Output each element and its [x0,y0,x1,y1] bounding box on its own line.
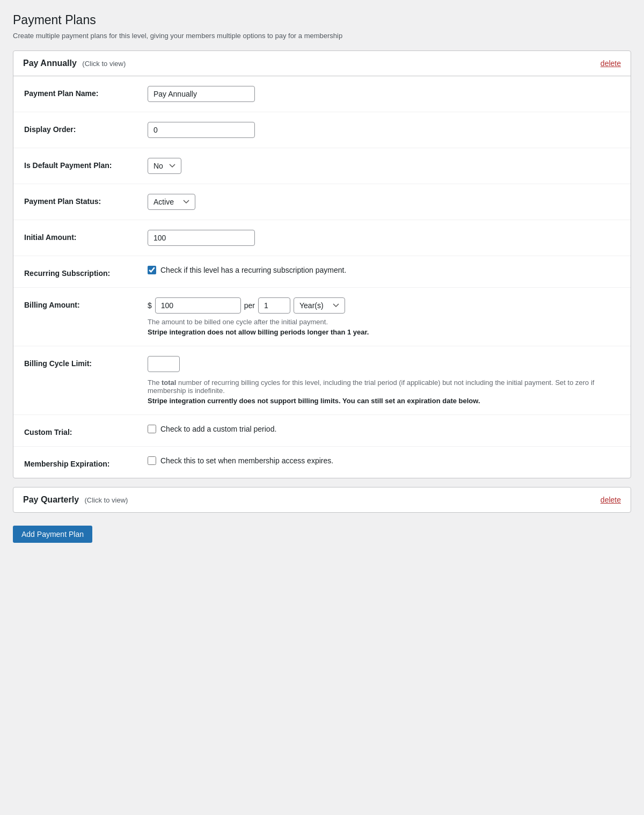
billing-amount-row: $ per Day(s) Week(s) Month(s) Year(s) [148,297,620,314]
plan-title-quarterly: Pay Quarterly (Click to view) [23,495,128,505]
input-display-order[interactable] [148,122,255,138]
field-billing-amount: $ per Day(s) Week(s) Month(s) Year(s) Th… [148,297,620,336]
payment-plan-annually: Pay Annually (Click to view) delete Paym… [13,50,631,478]
page-title: Payment Plans [13,13,631,27]
billing-help-text: The amount to be billed one cycle after … [148,318,620,326]
form-row-status: Payment Plan Status: Active Inactive [13,184,631,220]
form-row-custom-trial: Custom Trial: Check to add a custom tria… [13,415,631,447]
recurring-text: Check if this level has a recurring subs… [160,266,346,274]
billing-cycle-help-pre: The [148,379,162,387]
field-is-default: No Yes [148,158,620,174]
delete-annually[interactable]: delete [601,59,621,68]
dollar-sign: $ [148,301,152,310]
input-initial-amount[interactable] [148,230,255,246]
checkbox-membership-expiration[interactable] [148,456,156,465]
field-recurring: Check if this level has a recurring subs… [148,266,620,274]
form-row-recurring: Recurring Subscription: Check if this le… [13,256,631,288]
click-to-view-annually: (Click to view) [82,60,126,68]
billing-cycle-help-bold: total [162,379,176,387]
checkbox-recurring[interactable] [148,266,156,274]
form-row-billing-amount: Billing Amount: $ per Day(s) Week(s) Mon… [13,288,631,346]
label-custom-trial: Custom Trial: [24,425,148,436]
field-membership-expiration: Check this to set when membership access… [148,456,620,465]
label-billing-cycle: Billing Cycle Limit: [24,356,148,368]
payment-plan-quarterly: Pay Quarterly (Click to view) delete [13,487,631,513]
label-membership-expiration: Membership Expiration: [24,456,148,468]
billing-warning-text: Stripe integration does not allow billin… [148,328,620,336]
input-plan-name[interactable] [148,86,255,102]
per-label: per [244,301,255,310]
form-row-plan-name: Payment Plan Name: [13,76,631,112]
form-row-membership-expiration: Membership Expiration: Check this to set… [13,447,631,478]
add-payment-plan-button[interactable]: Add Payment Plan [13,526,92,543]
field-plan-name [148,86,620,102]
delete-quarterly[interactable]: delete [601,496,621,504]
field-initial-amount [148,230,620,246]
label-billing-amount: Billing Amount: [24,297,148,309]
label-is-default: Is Default Payment Plan: [24,158,148,170]
plan-header-quarterly[interactable]: Pay Quarterly (Click to view) delete [13,487,631,512]
field-billing-cycle: The total number of recurring billing cy… [148,356,620,405]
plan-body-annually: Payment Plan Name: Display Order: Is Def… [13,76,631,478]
checkbox-custom-trial[interactable] [148,425,156,433]
label-plan-name: Payment Plan Name: [24,86,148,98]
checkbox-row-membership-expiration: Check this to set when membership access… [148,456,620,465]
input-billing-amount[interactable] [155,297,241,314]
input-billing-cycle[interactable] [148,356,180,372]
field-custom-trial: Check to add a custom trial period. [148,425,620,433]
membership-expiration-text: Check this to set when membership access… [160,456,333,465]
select-status[interactable]: Active Inactive [148,194,195,210]
checkbox-row-recurring: Check if this level has a recurring subs… [148,266,620,274]
label-recurring: Recurring Subscription: [24,266,148,278]
billing-cycle-help: The total number of recurring billing cy… [148,379,620,395]
form-row-is-default: Is Default Payment Plan: No Yes [13,148,631,184]
plan-title-annually: Pay Annually (Click to view) [23,59,126,68]
click-to-view-quarterly: (Click to view) [85,496,128,504]
form-row-display-order: Display Order: [13,112,631,148]
checkbox-row-custom-trial: Check to add a custom trial period. [148,425,620,433]
label-display-order: Display Order: [24,122,148,134]
select-billing-period[interactable]: Day(s) Week(s) Month(s) Year(s) [294,297,345,314]
form-row-initial-amount: Initial Amount: [13,220,631,256]
select-is-default[interactable]: No Yes [148,158,181,174]
label-initial-amount: Initial Amount: [24,230,148,242]
form-row-billing-cycle: Billing Cycle Limit: The total number of… [13,346,631,415]
field-status: Active Inactive [148,194,620,210]
billing-cycle-help-post: number of recurring billing cycles for t… [148,379,594,395]
field-display-order [148,122,620,138]
billing-cycle-warning: Stripe integration currently does not su… [148,397,620,405]
input-billing-per[interactable] [258,297,290,314]
page-description: Create multiple payment plans for this l… [13,32,631,40]
plan-header-annually[interactable]: Pay Annually (Click to view) delete [13,51,631,76]
custom-trial-text: Check to add a custom trial period. [160,425,276,433]
label-status: Payment Plan Status: [24,194,148,206]
